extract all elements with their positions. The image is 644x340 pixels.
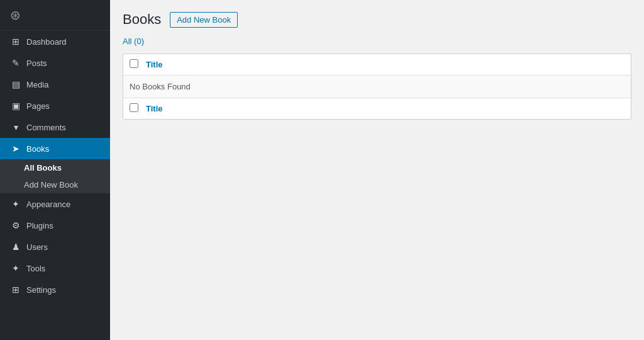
no-books-message: No Books Found <box>130 82 191 91</box>
table-header-title-bottom[interactable]: Title <box>146 104 163 113</box>
wp-logo: ⊛ <box>0 0 110 31</box>
sidebar-item-settings[interactable]: ⊞ Settings <box>0 279 110 300</box>
sidebar-item-label: Tools <box>26 264 45 273</box>
table-footer: Title <box>123 98 631 119</box>
select-all-checkbox-top[interactable] <box>130 59 138 68</box>
table-empty-row: No Books Found <box>123 76 631 98</box>
page-header: Books Add New Book <box>123 11 631 28</box>
sidebar-item-dashboard[interactable]: ⊞ Dashboard <box>0 31 110 52</box>
sidebar: ⊛ ⊞ Dashboard ✎ Posts ▤ Media ▣ Pages ▾ … <box>0 0 110 340</box>
comments-icon: ▾ <box>10 122 21 132</box>
sidebar-item-media[interactable]: ▤ Media <box>0 74 110 95</box>
sidebar-item-label: Pages <box>26 101 50 111</box>
sidebar-item-pages[interactable]: ▣ Pages <box>0 95 110 116</box>
sidebar-item-label: Media <box>26 80 48 89</box>
sidebar-item-appearance[interactable]: ✦ Appearance <box>0 193 110 215</box>
sidebar-item-label: Books <box>26 144 49 154</box>
main-content: Books Add New Book All (0) Title No Book… <box>110 0 644 340</box>
plugins-icon: ⚙ <box>10 220 21 230</box>
sidebar-item-label: Plugins <box>26 221 53 230</box>
users-icon: ♟ <box>10 242 21 252</box>
sidebar-item-books[interactable]: ➤ Books <box>0 138 110 159</box>
page-title: Books <box>123 11 161 28</box>
tools-icon: ✦ <box>10 263 21 273</box>
sidebar-item-label: Dashboard <box>26 37 67 47</box>
settings-icon: ⊞ <box>10 285 21 295</box>
sidebar-item-users[interactable]: ♟ Users <box>0 236 110 258</box>
books-icon: ➤ <box>10 144 21 154</box>
sidebar-item-tools[interactable]: ✦ Tools <box>0 258 110 279</box>
dashboard-icon: ⊞ <box>10 37 21 47</box>
sidebar-item-label: Settings <box>26 285 56 295</box>
sidebar-item-label: Comments <box>26 123 66 132</box>
sidebar-item-plugins[interactable]: ⚙ Plugins <box>0 215 110 236</box>
filter-bar: All (0) <box>123 37 631 46</box>
sidebar-item-label: Posts <box>26 59 47 68</box>
posts-icon: ✎ <box>10 58 21 68</box>
sidebar-item-comments[interactable]: ▾ Comments <box>0 116 110 138</box>
add-new-book-button[interactable]: Add New Book <box>170 12 238 28</box>
sidebar-item-posts[interactable]: ✎ Posts <box>0 52 110 74</box>
sidebar-item-add-new-book[interactable]: Add New Book <box>0 176 110 193</box>
table-header-title-top[interactable]: Title <box>146 60 163 69</box>
table-header: Title <box>123 54 631 76</box>
appearance-icon: ✦ <box>10 199 21 209</box>
books-submenu: All Books Add New Book <box>0 159 110 193</box>
books-table: Title No Books Found Title <box>123 54 631 120</box>
filter-all-link[interactable]: All (0) <box>123 37 144 46</box>
select-all-checkbox-bottom[interactable] <box>130 103 138 112</box>
media-icon: ▤ <box>10 79 21 89</box>
wp-icon: ⊛ <box>10 8 21 23</box>
sidebar-item-label: Users <box>26 242 48 252</box>
sidebar-item-all-books[interactable]: All Books <box>0 159 110 176</box>
sidebar-item-label: Appearance <box>26 200 70 209</box>
pages-icon: ▣ <box>10 101 21 111</box>
